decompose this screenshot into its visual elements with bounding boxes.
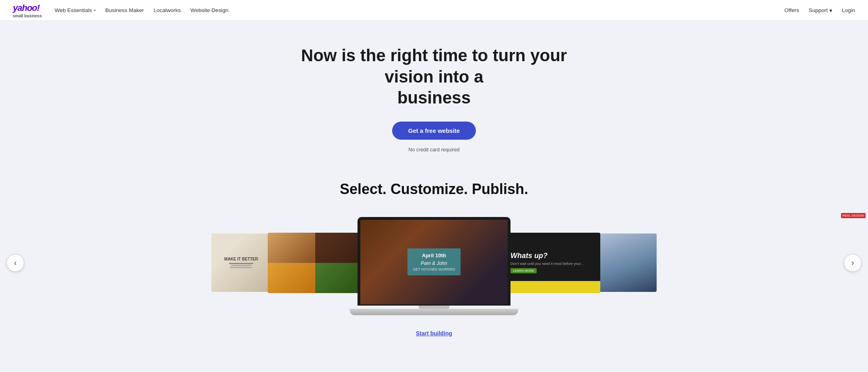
- nav-offers[interactable]: Offers: [784, 7, 799, 13]
- logo-yahoo-text: yahoo!: [13, 3, 39, 13]
- nav-business-maker[interactable]: Business Maker: [105, 7, 144, 13]
- nav-website-design[interactable]: Website Design: [190, 7, 228, 13]
- no-credit-text: No credit card required: [8, 147, 860, 153]
- navbar: yahoo! small business Web Essentials ▾ B…: [0, 0, 868, 21]
- logo-small-business-text: small business: [13, 14, 42, 18]
- start-building-section: Start building: [0, 323, 868, 353]
- carousel-item-building[interactable]: REAL DESIGN: [597, 234, 657, 292]
- scp-section: Select. Customize. Publish.: [0, 169, 868, 198]
- building-thumbnail: REAL DESIGN: [597, 234, 657, 292]
- main-content: Now is the right time to turn your visio…: [0, 21, 868, 371]
- carousel-item-whatsup[interactable]: Whats up? Don't wait until you need it m…: [506, 233, 600, 293]
- carousel-item-center[interactable]: April 10th Pam & John GET HITCHED MARRIE…: [358, 217, 510, 315]
- wedding-card: April 10th Pam & John GET HITCHED MARRIE…: [407, 248, 461, 275]
- carousel-section: ‹ MAKE IT BETTER: [0, 211, 868, 323]
- carousel-track: ‹ MAKE IT BETTER: [0, 211, 868, 315]
- nav-web-essentials[interactable]: Web Essentials ▾: [55, 7, 96, 13]
- flowers-thumbnail: [268, 233, 362, 293]
- get-free-website-button[interactable]: Get a free website: [392, 122, 476, 140]
- start-building-link[interactable]: Start building: [416, 330, 452, 337]
- carousel-item-flowers[interactable]: [268, 233, 362, 293]
- carousel-arrow-right[interactable]: ›: [844, 254, 862, 272]
- chevron-down-icon: ▾: [829, 7, 832, 14]
- hero-section: Now is the right time to turn your visio…: [0, 21, 868, 169]
- navbar-left: yahoo! small business Web Essentials ▾ B…: [13, 3, 228, 18]
- nav-login[interactable]: Login: [842, 7, 855, 13]
- carousel-item-writing[interactable]: MAKE IT BETTER: [211, 234, 271, 292]
- nav-links: Web Essentials ▾ Business Maker Localwor…: [55, 7, 229, 13]
- laptop-base: [350, 309, 518, 315]
- laptop-notch: [419, 306, 449, 309]
- nav-localworks[interactable]: Localworks: [154, 7, 181, 13]
- navbar-right: Offers Support ▾ Login: [784, 7, 855, 14]
- laptop-screen: April 10th Pam & John GET HITCHED MARRIE…: [358, 217, 510, 306]
- wedding-thumbnail: April 10th Pam & John GET HITCHED MARRIE…: [360, 220, 508, 304]
- logo[interactable]: yahoo! small business: [13, 3, 42, 18]
- carousel-arrow-left[interactable]: ‹: [6, 254, 24, 272]
- whatsup-thumbnail: Whats up? Don't wait until you need it m…: [506, 233, 600, 293]
- hero-title: Now is the right time to turn your visio…: [281, 45, 587, 109]
- nav-support[interactable]: Support ▾: [809, 7, 832, 14]
- chevron-down-icon: ▾: [94, 8, 96, 12]
- whatsup-yellow-bar: [506, 281, 600, 293]
- scp-title: Select. Customize. Publish.: [8, 181, 860, 198]
- writing-thumbnail: MAKE IT BETTER: [211, 234, 271, 292]
